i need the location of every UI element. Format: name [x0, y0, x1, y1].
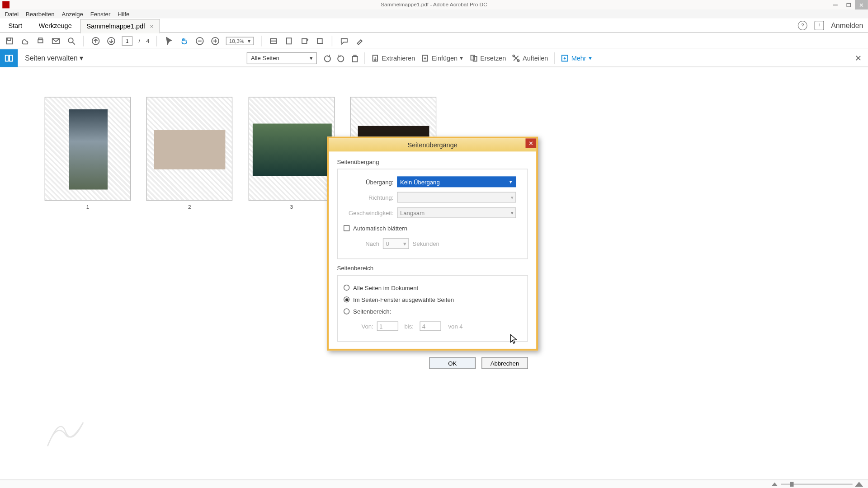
context-title[interactable]: Seiten verwalten ▾ [18, 54, 90, 62]
radio-all-pages[interactable] [344, 285, 349, 291]
chevron-down-icon: ▾ [589, 54, 592, 62]
signin-link[interactable]: Anmelden [831, 21, 863, 29]
menu-window[interactable]: Fenster [87, 11, 114, 17]
extract-button[interactable]: Extrahieren [371, 54, 415, 62]
transition-value: Kein Übergang [400, 178, 440, 185]
of-total-label: von 4 [448, 323, 463, 329]
save-icon[interactable] [5, 36, 14, 46]
cancel-button[interactable]: Abbrechen [481, 357, 528, 369]
seconds-label: Sekunden [413, 240, 439, 247]
chevron-down-icon: ▾ [460, 54, 463, 62]
insert-button[interactable]: Einfügen ▾ [421, 54, 463, 62]
radio-selected-pages[interactable] [344, 296, 349, 302]
pointer-icon[interactable] [164, 36, 174, 46]
from-input [377, 321, 398, 331]
zoom-select[interactable]: 18,3%▾ [226, 37, 254, 45]
svg-point-5 [68, 38, 73, 43]
dialog-titlebar[interactable]: Seitenübergänge ✕ [329, 138, 536, 151]
menu-bar: Datei Bearbeiten Anzeige Fenster Hilfe [0, 9, 868, 19]
auto-flip-checkbox[interactable] [344, 225, 349, 231]
page-filter-select[interactable]: Alle Seiten▾ [247, 52, 317, 64]
transition-select[interactable]: Kein Übergang▼ [397, 177, 516, 188]
watermark-icon [42, 411, 89, 452]
speed-value: Langsam [400, 210, 425, 216]
help-icon[interactable]: ? [798, 20, 807, 30]
menu-help[interactable]: Hilfe [114, 11, 133, 17]
svg-rect-13 [5, 55, 9, 61]
window-maximize-button[interactable] [842, 0, 855, 9]
search-icon[interactable] [66, 36, 76, 46]
notifications-icon[interactable]: ! [814, 20, 824, 30]
rotate-icon[interactable] [300, 36, 309, 46]
group-range: Alle Seiten im Dokument Im Seiten-Fenste… [337, 275, 528, 342]
replace-button[interactable]: Ersetzen [469, 54, 506, 62]
delete-button[interactable] [351, 54, 359, 62]
tab-tools[interactable]: Werkzeuge [30, 18, 80, 33]
status-bar [0, 480, 868, 488]
ok-button[interactable]: OK [429, 357, 476, 369]
menu-file[interactable]: Datei [1, 11, 22, 17]
svg-rect-3 [38, 38, 42, 40]
menu-view[interactable]: Anzeige [58, 11, 87, 17]
page-thumbnail[interactable]: 3 [249, 97, 335, 201]
page-transitions-dialog: Seitenübergänge ✕ Seitenübergang Übergan… [327, 136, 538, 350]
chevron-down-icon: ▾ [80, 54, 83, 62]
radio-selected-pages-label: Im Seiten-Fenster ausgewählte Seiten [353, 296, 454, 303]
zoom-value: 18,3% [229, 38, 245, 44]
tabs-row: Start Werkzeuge Sammelmappe1.pdf × ? ! A… [0, 19, 868, 33]
close-context-button[interactable]: ✕ [855, 53, 862, 63]
separator [261, 35, 261, 46]
title-bar: Sammelmappe1.pdf - Adobe Acrobat Pro DC … [0, 0, 868, 9]
window-minimize-button[interactable] [829, 0, 842, 9]
split-button[interactable]: Aufteilen [512, 54, 548, 62]
page-number-input[interactable] [122, 36, 133, 46]
crop-icon[interactable] [315, 36, 325, 46]
comment-icon[interactable] [340, 36, 349, 46]
slider-knob[interactable] [790, 482, 794, 487]
svg-rect-19 [473, 56, 476, 61]
zoom-in-icon[interactable] [211, 36, 220, 46]
dialog-close-button[interactable]: ✕ [525, 138, 536, 148]
after-label: Nach [355, 240, 379, 247]
svg-rect-18 [471, 55, 474, 60]
page-total: 4 [146, 38, 149, 44]
radio-page-range[interactable] [344, 308, 349, 314]
separator [332, 35, 332, 46]
page-thumbnail[interactable]: 1 [45, 97, 131, 201]
from-label: Von: [355, 323, 373, 329]
tab-document[interactable]: Sammelmappe1.pdf × [80, 19, 160, 33]
highlight-icon[interactable] [355, 36, 364, 46]
cloud-icon[interactable] [20, 36, 30, 46]
rotate-left-button[interactable] [323, 54, 331, 62]
fit-width-icon[interactable] [269, 36, 278, 46]
hand-icon[interactable] [180, 36, 189, 46]
thumbnail-image [69, 109, 108, 190]
group-range-title: Seitenbereich [337, 265, 528, 271]
window-close-button[interactable]: ✕ [855, 0, 868, 9]
fit-page-icon[interactable] [284, 36, 293, 46]
thumbnail-number: 3 [249, 204, 334, 210]
speed-label: Geschwindigkeit: [344, 210, 393, 216]
separator [364, 52, 365, 64]
more-button[interactable]: Mehr ▾ [561, 54, 592, 62]
page-thumbnail[interactable]: 2 [146, 97, 233, 201]
thumbnail-size-slider[interactable] [781, 483, 853, 485]
mail-icon[interactable] [51, 36, 61, 46]
tab-document-close-icon[interactable]: × [150, 23, 154, 29]
print-icon[interactable] [36, 36, 45, 46]
page-up-icon[interactable] [91, 36, 100, 46]
thumbnail-small-icon[interactable] [772, 482, 778, 486]
chevron-down-icon: ▾ [511, 210, 513, 216]
thumbnail-image [253, 124, 332, 176]
thumbnail-large-icon[interactable] [855, 482, 863, 487]
rotate-right-button[interactable] [337, 54, 345, 62]
page-down-icon[interactable] [106, 36, 116, 46]
direction-label: Richtung: [344, 194, 393, 200]
svg-rect-2 [38, 39, 43, 42]
separator [156, 35, 157, 46]
menu-edit[interactable]: Bearbeiten [22, 11, 58, 17]
tab-document-label: Sammelmappe1.pdf [87, 23, 145, 30]
zoom-out-icon[interactable] [195, 36, 205, 46]
separator [554, 52, 554, 64]
tab-start[interactable]: Start [0, 18, 30, 33]
